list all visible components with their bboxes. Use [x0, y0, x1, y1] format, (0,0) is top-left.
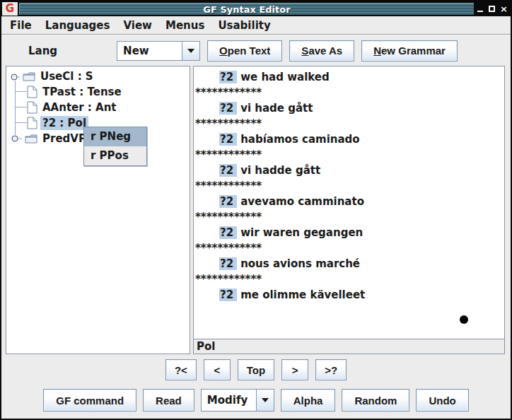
undo-button[interactable]: Undo	[416, 389, 468, 412]
linearization-line: ?2avevamo camminato	[195, 194, 504, 209]
metavariable-token[interactable]: ?2	[219, 226, 237, 239]
modify-combobox-value: Modify	[202, 390, 256, 411]
gf-logo-icon: G	[2, 2, 18, 16]
random-button[interactable]: Random	[342, 389, 409, 412]
tree-node-aanter[interactable]: AAnter : Ant	[6, 100, 190, 115]
linearization-line: ?2vi hadde gått	[195, 163, 504, 178]
tree-expand-handle-icon[interactable]	[8, 69, 20, 84]
maximize-button[interactable]	[487, 4, 496, 14]
minimize-icon	[477, 11, 483, 12]
refinement-popup-menu: r PNeg r PPos	[83, 127, 147, 166]
metavariable-token[interactable]: ?2	[219, 133, 237, 146]
read-button[interactable]: Read	[143, 389, 194, 412]
prev-node-button[interactable]: <	[204, 359, 231, 380]
metavariable-token[interactable]: ?2	[219, 288, 237, 301]
linearization-line: ?2wir waren gegangen	[195, 225, 504, 240]
tree-connector-line	[15, 107, 27, 107]
menu-view[interactable]: View	[122, 18, 153, 33]
tree-node-label: PredVP	[40, 132, 88, 146]
command-row: GF command Read Modify Alpha Random Undo	[1, 389, 511, 412]
tree-connector-line	[15, 91, 27, 92]
prev-metavariable-button[interactable]: ?<	[165, 359, 197, 380]
syntax-tree-panel[interactable]: UseCl : S TPast : Tense AAnter : Ant	[6, 66, 190, 354]
lang-combobox-value: New	[117, 42, 182, 60]
tree-node-tpast[interactable]: TPast : Tense	[6, 84, 190, 100]
titlebar-strip[interactable]: GF Syntax Editor	[19, 3, 474, 15]
metavariable-token[interactable]: ?2	[219, 164, 237, 177]
tree-node-label: TPast : Tense	[40, 85, 124, 99]
document-icon	[27, 86, 37, 98]
top-button[interactable]: Top	[238, 359, 274, 380]
menu-file[interactable]: File	[8, 18, 33, 33]
lang-combobox[interactable]: New	[117, 41, 200, 61]
new-grammar-button[interactable]: New Grammar	[361, 40, 458, 62]
tree-node-label: UseCl : S	[38, 69, 95, 83]
linearization-line: ?2habíamos caminado	[195, 132, 504, 147]
modify-combobox-arrow[interactable]	[256, 390, 274, 411]
tree-node-usecl[interactable]: UseCl : S	[6, 69, 190, 84]
tree-connector-line	[15, 122, 27, 123]
toolbar: Lang New Open Text Save As New Grammar	[1, 35, 511, 66]
separator-line: ************	[195, 116, 504, 132]
status-label: Pol	[197, 340, 215, 353]
gf-command-button[interactable]: GF command	[43, 389, 136, 412]
document-icon	[27, 117, 37, 129]
focused-node-statusbar: Pol	[194, 339, 504, 354]
open-text-button[interactable]: Open Text	[207, 40, 282, 62]
separator-line: ************	[195, 178, 504, 194]
next-metavariable-button[interactable]: >?	[315, 359, 347, 380]
menu-languages[interactable]: Languages	[44, 18, 112, 33]
metavariable-token[interactable]: ?2	[219, 71, 237, 83]
linearization-line: ?2vi hade gått	[195, 100, 504, 116]
separator-line: ************	[195, 147, 504, 163]
tree-collapse-handle-icon[interactable]	[11, 131, 22, 146]
lang-combobox-arrow[interactable]	[182, 42, 199, 60]
maximize-icon	[489, 6, 495, 12]
alpha-button[interactable]: Alpha	[281, 389, 336, 412]
tree-connector-line	[15, 81, 16, 135]
separator-line: ************	[195, 85, 504, 100]
document-icon	[27, 101, 37, 114]
linearization-line: ?2nous avions marché	[195, 256, 504, 272]
lang-label: Lang	[28, 45, 57, 57]
navigation-row: ?< < Top > >?	[1, 359, 511, 380]
menubar: File Languages View Menus Usability	[1, 16, 511, 34]
metavariable-token[interactable]: ?2	[219, 195, 237, 208]
linearization-panel: ?2we had walked ************ ?2vi hade g…	[193, 66, 505, 354]
separator-line: ************	[195, 209, 504, 225]
metavariable-token[interactable]: ?2	[219, 102, 237, 115]
bullet-dot-icon	[460, 315, 468, 324]
window-title: GF Syntax Editor	[203, 4, 290, 15]
next-node-button[interactable]: >	[281, 359, 308, 380]
separator-line: ************	[195, 240, 504, 256]
popup-item-ppos[interactable]: r PPos	[84, 146, 146, 165]
titlebar: G GF Syntax Editor ×	[1, 1, 511, 16]
menu-usability[interactable]: Usability	[216, 18, 272, 33]
save-as-button[interactable]: Save As	[289, 40, 354, 62]
close-button[interactable]: ×	[499, 4, 508, 14]
linearization-line: ?2we had walked	[195, 69, 504, 85]
tree-node-label: AAnter : Ant	[40, 100, 119, 115]
popup-item-pneg[interactable]: r PNeg	[84, 127, 146, 146]
modify-combobox[interactable]: Modify	[201, 389, 274, 412]
folder-icon	[25, 134, 37, 144]
menu-menus[interactable]: Menus	[164, 18, 206, 33]
metavariable-token[interactable]: ?2	[219, 257, 237, 270]
folder-icon	[23, 71, 35, 82]
linearization-text-area[interactable]: ?2we had walked ************ ?2vi hade g…	[194, 66, 504, 339]
chevron-down-icon	[187, 49, 194, 53]
app-window: G GF Syntax Editor × File Languages View…	[0, 0, 512, 420]
linearization-line: ?2me olimme kävelleet	[195, 287, 504, 303]
tree-node-label: ?2 : Pol	[40, 116, 88, 130]
window-controls: ×	[475, 1, 508, 16]
minimize-button[interactable]	[475, 4, 484, 14]
chevron-down-icon	[262, 398, 269, 402]
separator-line: ************	[195, 272, 504, 287]
